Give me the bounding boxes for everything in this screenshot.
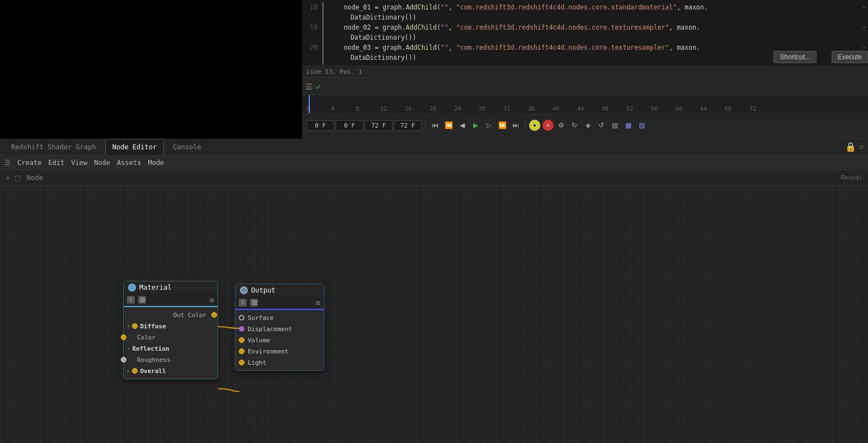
line-number-18: 18 — [302, 2, 322, 12]
surface-label: Surface — [248, 314, 273, 322]
menu-hamburger-icon[interactable]: ☰ — [4, 159, 11, 167]
menu-assets[interactable]: Assets — [117, 159, 141, 167]
line-number-21: 21 — [302, 63, 322, 64]
output-node-body: Surface Displacement Volume Environment … — [235, 310, 324, 370]
material-node[interactable]: Material S 🖼 ≡ Out Color ▾ Diffuse — [123, 281, 218, 379]
ruler-marks: 0 4 8 12 16 20 24 28 32 36 40 44 48 52 5… — [302, 95, 774, 112]
tab-bar: Redshift Shader Graph Node Editor Consol… — [0, 139, 868, 155]
ruler-56: 56 — [651, 106, 676, 112]
output-node-toolbar: S 🖼 ≡ — [235, 296, 324, 310]
reflection-label: Reflection — [132, 345, 169, 352]
menu-view[interactable]: View — [71, 159, 87, 167]
code-line-18: 18 node_01 = graph.AddChild("", "com.red… — [302, 2, 868, 22]
ruler-20: 20 — [430, 106, 454, 112]
node-editor-container: Redshift Shader Graph Node Editor Consol… — [0, 139, 868, 443]
breadcrumb-label: Node — [27, 174, 43, 182]
volume-label: Volume — [248, 337, 270, 344]
expand-19: » — [862, 22, 866, 32]
line-code-18b: DataDictionary()) — [328, 12, 868, 22]
output-tool-s[interactable]: S — [239, 299, 247, 307]
current-frame-display[interactable]: 0 F — [336, 120, 364, 131]
material-tool-img[interactable]: 🖼 — [138, 296, 146, 304]
menu-node[interactable]: Node — [94, 159, 110, 167]
volume-dot — [239, 337, 244, 343]
expand-icon[interactable]: ⊡ — [860, 143, 864, 151]
start-frame-display[interactable]: 0 F — [306, 120, 334, 131]
settings-button[interactable]: ⚙ — [555, 119, 567, 131]
auto-key-button[interactable]: ● — [529, 120, 540, 131]
loop-button[interactable]: ↺ — [595, 119, 607, 131]
tab-console[interactable]: Console — [166, 139, 208, 155]
color-dot — [121, 334, 126, 340]
surface-dot — [239, 315, 244, 321]
environment-dot — [239, 348, 244, 354]
timeline-menu-icon[interactable]: ☰ — [305, 82, 313, 91]
node-canvas[interactable]: Material S 🖼 ≡ Out Color ▾ Diffuse — [0, 186, 868, 443]
diffuse-dot — [132, 323, 138, 329]
overall-dot — [132, 368, 138, 374]
ruler-44: 44 — [577, 106, 602, 112]
cursor-position: Line 13, Pos. 1 — [306, 68, 362, 76]
menu-edit[interactable]: Edit — [48, 159, 64, 167]
expand-18: » — [862, 2, 866, 12]
menu-mode[interactable]: Mode — [148, 159, 164, 167]
ruler-8: 8 — [356, 106, 380, 112]
preview-frame-display[interactable]: 72 F — [394, 120, 422, 131]
material-tool-s[interactable]: S — [127, 296, 135, 304]
end-frame-display[interactable]: 72 F — [365, 120, 393, 131]
record-button[interactable]: A — [542, 120, 554, 131]
next-key-button[interactable]: ⏩ — [496, 119, 508, 131]
breadcrumb-plus-icon[interactable]: + — [6, 173, 10, 182]
line-code-19b: DataDictionary()) — [328, 32, 868, 43]
preview-button[interactable]: ▤ — [608, 119, 621, 131]
ruler-24: 24 — [454, 106, 479, 112]
ruler-12: 12 — [380, 106, 405, 112]
section-reflection[interactable]: ▾ Reflection — [124, 343, 218, 354]
light-dot — [239, 360, 244, 365]
environment-label: Environment — [248, 348, 289, 355]
ruler-36: 36 — [528, 106, 553, 112]
sync-button[interactable]: ↻ — [568, 119, 581, 131]
port-out-color-label: Out Color — [173, 312, 206, 319]
material-node-body: Out Color ▾ Diffuse Color ▾ Reflection — [124, 307, 218, 379]
menu-bar: ☰ Create Edit View Node Assets Mode — [0, 155, 868, 170]
port-roughness: Roughness — [124, 354, 218, 365]
marker-button[interactable]: ◈ — [582, 119, 594, 131]
tab-node-editor-label: Node Editor — [112, 143, 157, 151]
breadcrumb-box-icon: □ — [15, 172, 20, 183]
port-color: Color — [124, 332, 218, 343]
ruler-60: 60 — [676, 106, 700, 112]
line-bar-18 — [322, 2, 324, 22]
transport-divider-2 — [525, 120, 526, 130]
shortcut-button[interactable]: Shortcut... — [773, 51, 817, 63]
menu-create[interactable]: Create — [17, 159, 41, 167]
section-overall[interactable]: ▸ Overall — [124, 365, 218, 376]
port-light: Light — [235, 357, 324, 368]
output-node[interactable]: Output S 🖼 ≡ Surface Displacement — [235, 284, 324, 371]
material-node-menu[interactable]: ≡ — [210, 295, 214, 304]
extra-button[interactable]: ▧ — [635, 119, 648, 131]
output-tool-img[interactable]: 🖼 — [250, 299, 258, 307]
playhead[interactable] — [309, 95, 310, 113]
overall-chevron: ▸ — [127, 368, 130, 374]
roughness-dot — [121, 357, 126, 362]
breadcrumb-bar: + □ Node Reveal — [0, 170, 868, 186]
roughness-label: Roughness — [137, 356, 171, 364]
play-button[interactable]: ▶ — [469, 119, 482, 131]
tab-node-editor[interactable]: Node Editor — [105, 139, 164, 155]
section-diffuse[interactable]: ▾ Diffuse — [124, 321, 218, 332]
lock-icon[interactable]: 🔒 — [845, 142, 856, 152]
prev-key-button[interactable]: ⏪ — [442, 119, 455, 131]
timeline-check-icon[interactable]: ✓ — [316, 82, 320, 91]
step-back-button[interactable]: ◀ — [456, 119, 468, 131]
mode-button[interactable]: ▦ — [622, 119, 634, 131]
go-start-button[interactable]: ⏮ — [429, 119, 441, 131]
tab-shader-graph[interactable]: Redshift Shader Graph — [4, 139, 103, 155]
material-node-title: Material — [139, 284, 172, 291]
execute-button[interactable]: Execute — [832, 51, 868, 63]
output-node-title: Output — [251, 286, 275, 294]
go-end-button[interactable]: ⏭ — [510, 119, 522, 131]
code-status-bar: Line 13, Pos. 1 — [302, 65, 868, 78]
step-fwd-button[interactable]: ▷ — [483, 119, 495, 131]
output-node-menu[interactable]: ≡ — [316, 298, 320, 307]
